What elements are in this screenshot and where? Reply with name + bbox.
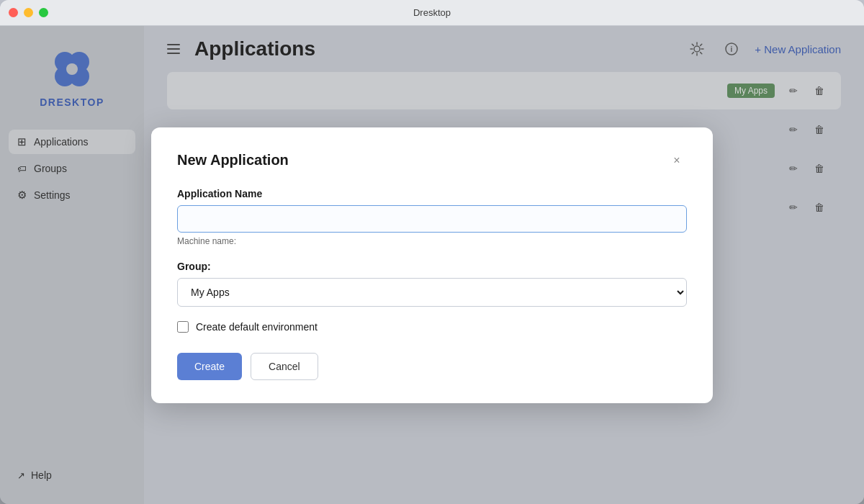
machine-name-hint: Machine name: [177,236,687,246]
new-application-modal: New Application × Application Name Machi… [151,127,713,403]
create-default-env-checkbox[interactable] [177,321,189,333]
app-name-input[interactable] [177,205,687,233]
window-title: Dresktop [413,7,451,18]
title-bar: Dresktop [0,0,864,26]
modal-close-button[interactable]: × [667,150,687,171]
group-field-group: Group: My Apps [177,261,687,307]
close-icon: × [673,154,680,167]
app-name-label: Application Name [177,188,687,199]
group-label: Group: [177,261,687,272]
modal-header: New Application × [177,150,687,171]
checkbox-group: Create default environment [177,321,687,333]
modal-title: New Application [177,152,289,168]
close-button[interactable] [9,8,18,17]
maximize-button[interactable] [39,8,48,17]
window-controls [9,8,48,17]
create-button[interactable]: Create [177,353,242,380]
modal-overlay: New Application × Application Name Machi… [0,26,864,504]
minimize-button[interactable] [24,8,33,17]
group-select[interactable]: My Apps [177,278,687,307]
modal-footer: Create Cancel [177,353,687,380]
cancel-button[interactable]: Cancel [251,353,318,380]
create-default-env-label: Create default environment [196,321,318,333]
app-name-group: Application Name Machine name: [177,188,687,246]
